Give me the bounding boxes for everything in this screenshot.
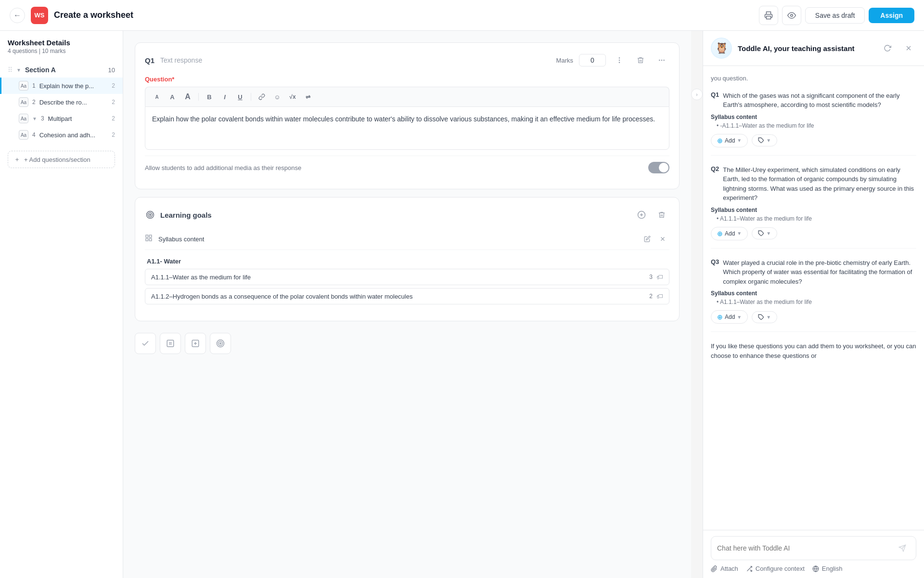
ai-q3-add-button[interactable]: ⊕ Add ▼	[711, 310, 748, 324]
tag-icon-2: 🏷	[656, 292, 663, 300]
toolbar-font-size-med[interactable]: A	[166, 90, 179, 104]
toolbar-formula[interactable]: √x	[286, 90, 299, 104]
save-draft-button[interactable]: Save as draft	[805, 7, 865, 24]
ai-q3-syllabus-label: Syllabus content	[711, 290, 916, 297]
back-button[interactable]: ←	[10, 8, 25, 23]
item-type-icon-3: Aa	[19, 114, 28, 123]
syllabus-item-2[interactable]: A1.1.2–Hydrogen bonds as a consequence o…	[145, 288, 669, 304]
check-button[interactable]	[135, 333, 156, 354]
syllabus-item-count-2: 2	[649, 293, 653, 300]
media-toggle-row: Allow students to add additional media a…	[145, 156, 669, 179]
expand-icon-3[interactable]: ▼	[32, 116, 37, 121]
learning-goals-card: Learning goals Syllabus content	[135, 197, 680, 321]
worksheet-details-title: Worksheet Details	[8, 39, 115, 47]
ai-intro-text: you question.	[711, 74, 916, 83]
media-button[interactable]	[185, 333, 206, 354]
question-delete-button[interactable]	[633, 53, 648, 68]
question-more-button[interactable]	[654, 53, 669, 68]
ai-q2-text: The Miller-Urey experiment, which simula…	[723, 165, 916, 203]
svg-point-10	[150, 214, 151, 216]
sidebar-item-2[interactable]: Aa 2 Describe the ro... 2	[0, 94, 123, 110]
section-label: Section A	[25, 66, 104, 74]
configure-context-button[interactable]: Configure context	[746, 565, 805, 572]
remove-syllabus-button[interactable]	[656, 232, 669, 246]
ai-q3-tag-button[interactable]: ▼	[752, 311, 777, 323]
ai-q2-tag-button[interactable]: ▼	[752, 227, 777, 239]
add-questions-section-button[interactable]: ＋ + Add questions/section	[8, 151, 115, 168]
item-type-icon-2: Aa	[19, 97, 28, 107]
toolbar-font-size-small[interactable]: A	[150, 90, 164, 104]
plus-circle-icon-3: ⊕	[717, 313, 723, 321]
toolbar-separator-1	[198, 93, 199, 101]
item-marks-3: 2	[112, 115, 115, 122]
ai-question-block-3: Q3 Water played a crucial role in the pr…	[711, 258, 916, 332]
toolbar-arrows[interactable]: ⇌	[301, 90, 315, 104]
svg-rect-16	[146, 238, 148, 241]
target-button[interactable]	[210, 333, 231, 354]
ai-chat-input[interactable]	[717, 544, 891, 552]
ai-q2-add-button[interactable]: ⊕ Add ▼	[711, 227, 748, 240]
print-button[interactable]	[759, 6, 778, 25]
workspace-avatar: WS	[31, 7, 48, 24]
syllabus-item-1[interactable]: A1.1.1–Water as the medium for life 3 🏷	[145, 269, 669, 285]
ai-q3-syllabus-item: • A1.1.1–Water as the medium for life	[711, 299, 916, 305]
question-settings-button[interactable]	[612, 53, 627, 68]
expand-icon[interactable]: ▼	[16, 67, 21, 73]
chevron-down-icon-1: ▼	[737, 138, 742, 143]
sidebar: Worksheet Details 4 questions | 10 marks…	[0, 31, 123, 578]
ai-q1-add-button[interactable]: ⊕ Add ▼	[711, 134, 748, 147]
toolbar-bold[interactable]: B	[203, 90, 216, 104]
syllabus-item-label-2: A1.1.2–Hydrogen bonds as a consequence o…	[151, 293, 649, 300]
media-toggle[interactable]	[648, 162, 669, 173]
ai-close-button[interactable]	[901, 40, 916, 56]
ai-q3-header: Q3 Water played a crucial role in the pr…	[711, 258, 916, 287]
add-learning-goal-button[interactable]	[634, 207, 649, 223]
sidebar-item-1[interactable]: Aa 1 Explain how the p... 2	[0, 78, 123, 94]
learning-goals-title: Learning goals	[160, 211, 629, 219]
water-group-title: A1.1- Water	[145, 258, 669, 265]
page-title: Create a worksheet	[54, 10, 753, 20]
svg-rect-14	[146, 235, 148, 237]
ai-refresh-button[interactable]	[880, 40, 895, 56]
ai-send-button[interactable]	[895, 540, 910, 556]
ai-q2-num: Q2	[711, 165, 719, 203]
question-content[interactable]: Explain how the polar covalent bonds wit…	[145, 106, 669, 150]
toolbar-italic[interactable]: I	[218, 90, 231, 104]
ai-q3-text: Water played a crucial role in the pre-b…	[723, 258, 916, 287]
marks-input[interactable]	[579, 54, 606, 66]
ai-title: Toddle AI, your teaching assistant	[738, 44, 874, 53]
delete-learning-goal-button[interactable]	[654, 207, 669, 223]
sidebar-item-4[interactable]: Aa 4 Cohesion and adh... 2	[0, 127, 123, 143]
toolbar-emoji[interactable]: ☺	[270, 90, 284, 104]
editor-toolbar: A A A B I U ☺ √x ⇌	[145, 87, 669, 106]
ai-q1-num: Q1	[711, 91, 719, 110]
ai-q2-actions: ⊕ Add ▼ ▼	[711, 227, 916, 240]
item-num-4: 4	[32, 131, 36, 138]
toolbar-underline[interactable]: U	[233, 90, 247, 104]
chevron-down-icon-3: ▼	[737, 315, 742, 320]
toolbar-link[interactable]	[255, 90, 269, 104]
section-a-header[interactable]: ⠿ ▼ Section A 10	[0, 62, 123, 78]
sidebar-header: Worksheet Details 4 questions | 10 marks	[0, 39, 123, 62]
text-button[interactable]	[160, 333, 181, 354]
toolbar-font-size-large[interactable]: A	[181, 90, 194, 104]
ai-panel-header: 🦉 Toddle AI, your teaching assistant	[703, 31, 924, 66]
ai-chat-input-area: Attach Configure context English	[703, 530, 924, 578]
edit-syllabus-button[interactable]	[641, 232, 654, 246]
panel-collapse-button[interactable]: ›	[691, 89, 703, 100]
language-button[interactable]: English	[812, 565, 843, 572]
toggle-knob	[659, 163, 668, 172]
assign-button[interactable]: Assign	[869, 8, 914, 23]
ai-q1-tag-button[interactable]: ▼	[752, 134, 777, 146]
ai-panel: 🦉 Toddle AI, your teaching assistant you…	[703, 31, 924, 578]
ai-q1-syllabus-label: Syllabus content	[711, 114, 916, 120]
preview-button[interactable]	[782, 6, 801, 25]
sidebar-item-3[interactable]: Aa ▼ 3 Multipart 2	[0, 110, 123, 127]
header-actions: Save as draft Assign	[759, 6, 914, 25]
svg-point-9	[148, 213, 153, 217]
svg-point-6	[661, 60, 662, 60]
attach-button[interactable]: Attach	[711, 565, 738, 572]
item-marks-4: 2	[112, 131, 115, 138]
ai-q1-actions: ⊕ Add ▼ ▼	[711, 134, 916, 147]
question-field-label: Question*	[145, 76, 669, 83]
